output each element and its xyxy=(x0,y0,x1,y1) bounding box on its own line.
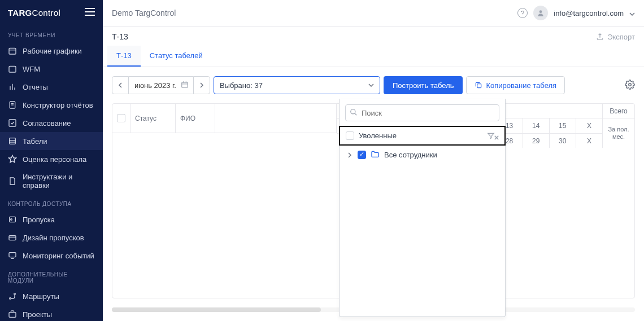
day-cell: 15 xyxy=(550,118,576,133)
check-icon xyxy=(8,118,17,127)
all-label: Все сотрудники xyxy=(384,151,437,159)
col-fio: ФИО xyxy=(176,104,215,133)
calendar-icon xyxy=(181,81,189,90)
sidebar-item-label: Оценка персонала xyxy=(23,155,86,164)
sidebar-item[interactable]: WFM xyxy=(0,60,103,78)
dropdown-fired-row[interactable]: Уволенные xyxy=(339,126,506,146)
doc-icon xyxy=(8,100,17,109)
sidebar-item-label: Пропуска xyxy=(23,216,55,224)
search-icon xyxy=(350,108,358,118)
sidebar-section-title: УЧЕТ ВРЕМЕНИ xyxy=(0,25,103,42)
avatar[interactable] xyxy=(533,6,548,20)
logo: TARGControl xyxy=(8,8,60,17)
day-cell: X xyxy=(576,118,602,133)
sidebar-item[interactable]: Табели xyxy=(0,132,103,150)
copy-timesheet-button[interactable]: Копирование табеля xyxy=(466,76,565,94)
svg-point-25 xyxy=(539,10,542,13)
calendar-icon xyxy=(8,46,17,55)
svg-rect-12 xyxy=(9,120,16,126)
svg-rect-24 xyxy=(9,313,16,318)
sidebar-item-label: Маршруты xyxy=(23,292,59,301)
prev-month-button[interactable] xyxy=(112,76,129,94)
select-all-checkbox[interactable] xyxy=(117,114,125,122)
export-button[interactable]: Экспорт xyxy=(596,33,635,41)
sidebar: TARGControl УЧЕТ ВРЕМЕНИРабочие графикиW… xyxy=(0,0,103,321)
svg-rect-26 xyxy=(182,82,188,87)
day-cell: 14 xyxy=(523,118,550,133)
svg-rect-20 xyxy=(9,253,16,257)
sidebar-item[interactable]: Пропуска xyxy=(0,210,103,228)
fired-checkbox[interactable] xyxy=(346,131,354,140)
day-cell: 30 xyxy=(550,134,576,148)
sidebar-item[interactable]: Маршруты xyxy=(0,287,103,305)
page-icon xyxy=(8,177,17,186)
svg-rect-18 xyxy=(9,236,16,240)
org-title: Demo TargControl xyxy=(112,8,176,17)
list-icon xyxy=(8,137,17,146)
sidebar-item[interactable]: Конструктор отчётов xyxy=(0,96,103,114)
sidebar-item-label: Конструктор отчётов xyxy=(23,101,93,109)
route-icon xyxy=(8,292,17,301)
bars-icon xyxy=(8,82,17,91)
svg-rect-3 xyxy=(9,48,16,54)
sidebar-item-label: Рабочие графики xyxy=(23,47,82,55)
fired-label: Уволенные xyxy=(359,131,397,140)
sidebar-section-title: ДОПОЛНИТЕЛЬНЫЕ МОДУЛИ xyxy=(0,265,103,287)
sidebar-item-label: Дизайн пропусков xyxy=(23,234,84,242)
badge-icon xyxy=(8,215,17,224)
col-total: Всего xyxy=(603,104,634,118)
col-status: Статус xyxy=(130,104,176,133)
cal-blank-icon xyxy=(8,64,17,73)
svg-rect-5 xyxy=(9,66,16,72)
settings-button[interactable] xyxy=(625,80,635,91)
employee-dropdown: Уволенные Все сотрудники xyxy=(339,99,506,317)
chevron-down-icon[interactable] xyxy=(629,9,635,17)
svg-point-17 xyxy=(11,219,12,221)
sidebar-item[interactable]: Мониторинг событий xyxy=(0,247,103,265)
sidebar-item[interactable]: Отчеты xyxy=(0,78,103,96)
sidebar-item-label: Согласование xyxy=(23,119,71,127)
gear-icon xyxy=(625,80,635,90)
svg-line-33 xyxy=(355,113,357,116)
user-email[interactable]: info@targcontrol.com xyxy=(554,9,624,17)
toolbar: июнь 2023 г. Выбрано: 37 Построить табел… xyxy=(103,67,644,103)
chevron-right-icon[interactable] xyxy=(346,152,353,158)
filter-clear-icon[interactable] xyxy=(487,132,499,140)
sidebar-section-title: КОНТРОЛЬ ДОСТУПА xyxy=(0,194,103,210)
build-timesheet-button[interactable]: Построить табель xyxy=(384,76,463,94)
folder-icon xyxy=(371,150,380,160)
page-title: Т-13 xyxy=(112,32,128,41)
dropdown-search-input[interactable] xyxy=(345,104,499,121)
next-month-button[interactable] xyxy=(193,76,210,94)
date-display[interactable]: июнь 2023 г. xyxy=(129,76,193,94)
sidebar-item[interactable]: Инструктажи и справки xyxy=(0,168,103,194)
sidebar-item[interactable]: Дизайн пропусков xyxy=(0,228,103,247)
sidebar-item-label: Отчеты xyxy=(23,83,48,91)
monitor-icon xyxy=(8,251,17,260)
sidebar-item-label: Табели xyxy=(23,137,47,146)
all-checkbox[interactable] xyxy=(358,151,366,159)
day-cell: 29 xyxy=(523,134,550,148)
tabs: Т-13 Статус табелей xyxy=(103,46,644,67)
project-icon xyxy=(8,310,17,319)
sidebar-item-label: Проекты xyxy=(23,310,52,319)
dropdown-all-row[interactable]: Все сотрудники xyxy=(340,146,505,164)
svg-point-23 xyxy=(14,293,16,295)
svg-point-32 xyxy=(351,109,355,114)
tab-t13[interactable]: Т-13 xyxy=(107,46,141,67)
chevron-down-icon xyxy=(368,83,374,87)
topbar: Demo TargControl ? info@targcontrol.com xyxy=(103,0,644,27)
tab-status[interactable]: Статус табелей xyxy=(141,46,212,67)
sidebar-item[interactable]: Рабочие графики xyxy=(0,42,103,60)
svg-point-22 xyxy=(10,298,11,300)
copy-icon xyxy=(475,81,482,89)
hamburger-icon[interactable] xyxy=(85,8,95,17)
sidebar-item[interactable]: Проекты xyxy=(0,305,103,321)
svg-rect-13 xyxy=(10,138,16,144)
help-icon[interactable]: ? xyxy=(517,8,528,18)
employee-selector[interactable]: Выбрано: 37 xyxy=(214,76,380,94)
svg-rect-30 xyxy=(477,84,481,88)
sidebar-item[interactable]: Оценка персонала xyxy=(0,150,103,168)
sidebar-item[interactable]: Согласование xyxy=(0,114,103,132)
day-cell: X xyxy=(576,134,602,148)
